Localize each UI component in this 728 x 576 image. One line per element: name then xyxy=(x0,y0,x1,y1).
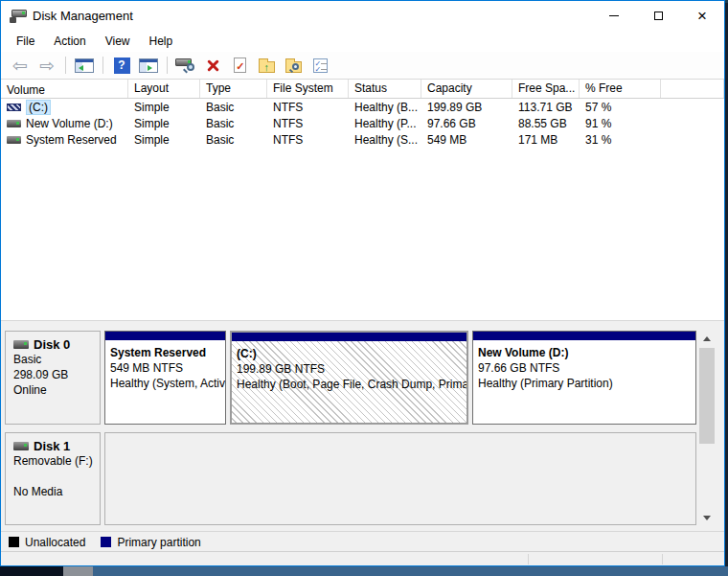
primary-partition-bar xyxy=(473,332,695,340)
menubar: File Action View Help xyxy=(1,31,724,52)
disk-0-panel[interactable]: Disk 0 Basic 298.09 GB Online xyxy=(5,331,101,425)
partition-d[interactable]: New Volume (D:) 97.66 GB NTFS Healthy (P… xyxy=(472,331,696,425)
legend-primary-label: Primary partition xyxy=(117,536,200,549)
disk-drive-icon xyxy=(13,340,29,349)
status-cell: Healthy (B... xyxy=(349,101,421,114)
console-tree-icon xyxy=(75,58,94,73)
properties-button[interactable]: ✓ ✓ xyxy=(308,54,331,77)
legend-unallocated-label: Unallocated xyxy=(25,536,85,549)
graphical-view-pane: Disk 0 Basic 298.09 GB Online System Res… xyxy=(1,320,724,551)
plug-icon-part xyxy=(10,17,16,23)
document-check-icon xyxy=(234,58,246,73)
primary-partition-bar xyxy=(232,333,466,341)
help-button[interactable] xyxy=(110,54,133,77)
layout-cell: Simple xyxy=(128,101,200,114)
header-percent-free[interactable]: % Free xyxy=(580,80,661,98)
folder-search-icon xyxy=(285,61,302,73)
minimize-icon xyxy=(609,15,619,16)
drive-led-icon-part xyxy=(22,12,25,14)
help-icon xyxy=(114,58,130,74)
volume-label: New Volume (D:) xyxy=(26,117,113,130)
volume-drive-icon xyxy=(7,120,21,127)
back-arrow-icon: ⇦ xyxy=(12,57,28,75)
free-space-cell: 171 MB xyxy=(512,133,580,147)
explore-button[interactable] xyxy=(282,54,305,77)
open-button[interactable]: ↑ xyxy=(255,54,278,77)
menu-help[interactable]: Help xyxy=(140,32,183,51)
back-button[interactable]: ⇦ xyxy=(9,54,32,77)
volume-label-selected: (C:) xyxy=(26,100,51,115)
capacity-cell: 549 MB xyxy=(421,133,512,147)
table-row-d[interactable]: New Volume (D:) Simple Basic NTFS Health… xyxy=(1,115,724,131)
show-hide-pane-icon xyxy=(139,58,158,73)
disk-drive-app-icon xyxy=(10,9,27,23)
maximize-icon xyxy=(654,12,663,20)
console-tree-button[interactable] xyxy=(73,54,96,77)
header-capacity[interactable]: Capacity xyxy=(421,80,512,98)
volume-cell: (C:) xyxy=(1,100,128,115)
minimize-button[interactable] xyxy=(592,1,636,31)
disk-drive-icon xyxy=(13,442,29,450)
volume-cell: New Volume (D:) xyxy=(1,117,128,130)
table-row-c[interactable]: (C:) Simple Basic NTFS Healthy (B... 199… xyxy=(1,99,724,115)
percent-free-cell: 57 % xyxy=(580,101,661,114)
disk-0-label: Disk 0 xyxy=(34,337,70,352)
disk-1-type: Removable (F:) xyxy=(13,453,100,469)
menu-view[interactable]: View xyxy=(96,32,140,51)
statusbar-divider xyxy=(662,554,663,564)
menu-action[interactable]: Action xyxy=(44,32,95,51)
forward-arrow-icon: ⇨ xyxy=(39,57,55,75)
titlebar[interactable]: Disk Management xyxy=(1,1,724,31)
capacity-cell: 97.66 GB xyxy=(421,117,512,130)
table-row-system-reserved[interactable]: System Reserved Simple Basic NTFS Health… xyxy=(1,131,724,148)
menu-file[interactable]: File xyxy=(7,32,44,51)
disk-view-button[interactable] xyxy=(174,54,197,77)
disk-1-empty-region[interactable] xyxy=(104,432,696,525)
maximize-button[interactable] xyxy=(636,1,680,31)
header-layout[interactable]: Layout xyxy=(128,80,200,98)
layout-cell: Simple xyxy=(128,117,200,130)
partition-size: 199.89 GB NTFS xyxy=(237,361,466,377)
percent-free-cell: 91 % xyxy=(580,117,661,130)
folder-up-icon: ↑ xyxy=(259,61,275,73)
partition-system-reserved[interactable]: System Reserved 549 MB NTFS Healthy (Sys… xyxy=(104,331,226,425)
volume-list-pane: Volume Layout Type File System Status Ca… xyxy=(1,80,724,320)
free-space-cell: 113.71 GB xyxy=(512,101,580,114)
header-status[interactable]: Status xyxy=(349,80,421,98)
volume-table-header: Volume Layout Type File System Status Ca… xyxy=(1,80,724,99)
graph-scrollbar[interactable] xyxy=(698,331,716,526)
desktop-background: Disk Management File Action View Help ⇦ … xyxy=(0,0,728,576)
close-button[interactable] xyxy=(680,1,724,31)
partition-status: Healthy (System, Activ xyxy=(110,376,225,391)
disk-magnifier-icon xyxy=(175,58,196,73)
disk-1-blank xyxy=(13,469,100,484)
disk-1-row: Disk 1 Removable (F:) No Media xyxy=(5,432,696,525)
show-hide-pane-button[interactable] xyxy=(137,54,160,77)
unallocated-color-swatch xyxy=(9,537,19,547)
header-free-space[interactable]: Free Spa... xyxy=(512,80,580,98)
status-bar xyxy=(1,551,724,565)
scroll-up-button[interactable] xyxy=(698,331,716,347)
partition-title: New Volume (D:) xyxy=(478,345,695,360)
partition-c-selected[interactable]: (C:) 199.89 GB NTFS Healthy (Boot, Page … xyxy=(230,331,468,425)
header-file-system[interactable]: File System xyxy=(267,80,349,98)
disk-1-panel[interactable]: Disk 1 Removable (F:) No Media xyxy=(5,432,101,525)
forward-button[interactable]: ⇨ xyxy=(35,54,58,77)
primary-partition-bar xyxy=(105,332,225,340)
fs-cell: NTFS xyxy=(267,101,349,114)
scroll-down-button[interactable] xyxy=(698,510,716,526)
mark-active-button[interactable] xyxy=(228,54,251,77)
chevron-down-icon xyxy=(703,516,711,520)
header-type[interactable]: Type xyxy=(200,80,267,98)
primary-partition-color-swatch xyxy=(101,537,111,547)
statusbar-divider xyxy=(528,554,529,564)
toolbar-separator xyxy=(65,57,66,74)
disk-0-partitions: System Reserved 549 MB NTFS Healthy (Sys… xyxy=(104,331,696,425)
status-cell: Healthy (S... xyxy=(349,133,421,147)
header-empty xyxy=(661,80,724,98)
header-volume[interactable]: Volume xyxy=(1,80,128,98)
free-space-cell: 88.55 GB xyxy=(512,117,580,130)
type-cell: Basic xyxy=(200,133,267,147)
scrollbar-thumb[interactable] xyxy=(699,348,715,444)
delete-button[interactable] xyxy=(201,54,224,77)
